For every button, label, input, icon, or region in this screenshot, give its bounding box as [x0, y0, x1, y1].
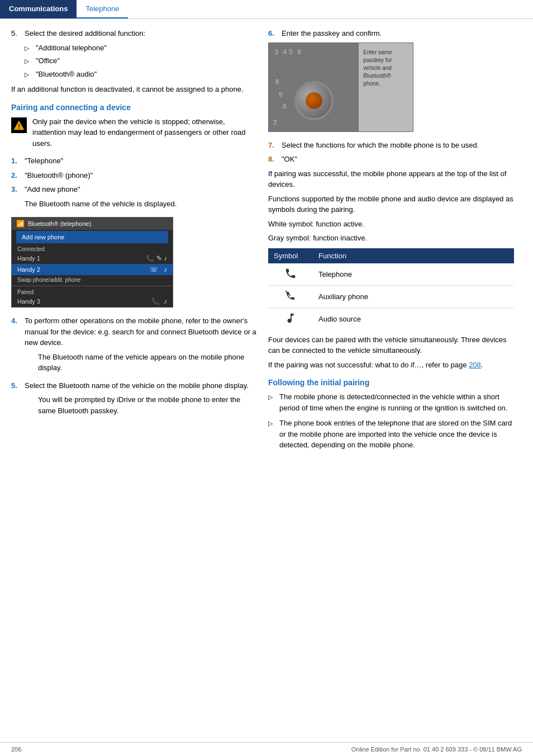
- step-5: 5. Select the desired additional functio…: [11, 28, 257, 39]
- list-3-number: 3.: [11, 184, 21, 195]
- bullet-3-text: "Bluetooth® audio": [36, 69, 97, 80]
- functions-text: Functions supported by the mobile phone …: [268, 193, 514, 215]
- copyright: Online Edition for Part no. 01 40 2 609 …: [351, 746, 522, 753]
- symbol-telephone: [268, 263, 313, 286]
- warning-box: ! Only pair the device when the vehicle …: [11, 116, 257, 149]
- symbol-auxiliary: [268, 285, 313, 308]
- step-5b-text: Select the Bluetooth name of the vehicle…: [25, 381, 249, 390]
- step-6-number: 6.: [268, 28, 278, 39]
- bullet-arrow-3: ▷: [25, 70, 32, 80]
- list-1-number: 1.: [11, 155, 21, 167]
- bt-screen-title: Bluetooth® (telephone): [28, 220, 91, 227]
- following-bullet-1-text: The mobile phone is detected/connected i…: [279, 391, 514, 413]
- step-7: 7. Select the functions for which the mo…: [268, 140, 514, 151]
- passkey-text-area: Enter same passkey for vehicle and Bluet…: [359, 43, 413, 131]
- warning-icon: !: [11, 117, 27, 133]
- bt-add-phone[interactable]: Add new phone: [16, 231, 168, 243]
- bullet-2-text: "Office": [36, 55, 60, 67]
- list-2-number: 2.: [11, 170, 21, 181]
- passkey-image: 34 56 7 8 9 0 Enter same passkey for veh…: [268, 42, 413, 132]
- header-communications: Communications: [0, 0, 77, 18]
- symbol-audio: [268, 308, 313, 330]
- step-5b-sub: You will be prompted by iDrive or the mo…: [38, 394, 257, 416]
- pairing-success-text: If pairing was successful, the mobile ph…: [268, 168, 514, 190]
- list-1-text: "Telephone": [25, 155, 63, 167]
- step-4-sub: The Bluetooth name of the vehicle appear…: [38, 352, 257, 374]
- step-4-number: 4.: [11, 315, 21, 377]
- list-3-text: "Add new phone": [25, 184, 80, 195]
- bt-handy-1: Handy 1 📞 ✎ ♪: [12, 253, 173, 264]
- list-2-text: "Bluetooth® (phone)": [25, 170, 93, 181]
- step-5-bullets: ▷ "Additional telephone" ▷ "Office" ▷ "B…: [25, 42, 257, 80]
- bluetooth-screen: 📶 Bluetooth® (telephone) Add new phone C…: [11, 217, 173, 308]
- page-footer: 206 Online Edition for Part no. 01 40 2 …: [0, 742, 533, 756]
- passkey-idrive: 34 56 7 8 9 0: [269, 43, 359, 131]
- main-content: 5. Select the desired additional functio…: [0, 19, 533, 453]
- bt-swap[interactable]: Swap phone/addit. phone: [12, 275, 173, 285]
- table-audio-label: Audio source: [313, 308, 514, 330]
- page-header: Communications Telephone: [0, 0, 533, 19]
- bt-screen-header: 📶 Bluetooth® (telephone): [12, 218, 173, 230]
- following-bullet-1: ▷ The mobile phone is detected/connected…: [268, 391, 514, 413]
- bt-paired-label: Paired:: [12, 287, 173, 296]
- table-telephone-label: Telephone: [313, 263, 514, 286]
- step-5b-number: 5.: [11, 380, 21, 420]
- table-row: Audio source: [268, 308, 514, 330]
- step-5-text: Select the desired additional function:: [25, 28, 145, 39]
- bullet-office: ▷ "Office": [25, 55, 257, 67]
- bullet-1-text: "Additional telephone": [36, 42, 107, 54]
- step-4: 4. To perform other operations on the mo…: [11, 315, 257, 377]
- table-header-function: Function: [313, 248, 514, 263]
- gray-symbol-text: Gray symbol: function inactive.: [268, 233, 514, 244]
- bullet-arrow-1: ▷: [25, 44, 32, 54]
- following-heading: Following the initial pairing: [268, 378, 514, 387]
- table-auxiliary-label: Auxiliary phone: [313, 285, 514, 308]
- step-4-text: To perform other operations on the mobil…: [25, 316, 256, 347]
- list-3-sub: The Bluetooth name of the vehicle is dis…: [25, 199, 257, 210]
- bt-handy-2: Handy 2 ☏ ♪: [12, 264, 173, 275]
- left-column: 5. Select the desired additional functio…: [11, 28, 257, 453]
- table-row: Telephone: [268, 263, 514, 286]
- following-arrow-1: ▷: [268, 393, 276, 413]
- list-item-3: 3. "Add new phone": [11, 184, 257, 195]
- step-6: 6. Enter the passkey and confirm.: [268, 28, 514, 39]
- following-bullet-2: ▷ The phone book entries of the telephon…: [268, 418, 514, 451]
- four-devices-text: Four devices can be paired with the vehi…: [268, 334, 514, 356]
- step-5b: 5. Select the Bluetooth name of the vehi…: [11, 380, 257, 420]
- right-column: 6. Enter the passkey and confirm. 34 56 …: [268, 28, 514, 453]
- header-telephone: Telephone: [77, 0, 128, 18]
- bullet-bluetooth-audio: ▷ "Bluetooth® audio": [25, 69, 257, 80]
- step-8: 8. "OK": [268, 154, 514, 165]
- list-item-1: 1. "Telephone": [11, 155, 257, 167]
- step-6-text: Enter the passkey and confirm.: [282, 28, 382, 39]
- step-7-number: 7.: [268, 140, 278, 151]
- step-5-number: 5.: [11, 28, 21, 39]
- not-successful-text: If the pairing was not successful: what …: [268, 360, 514, 371]
- pairing-heading: Pairing and connecting a device: [11, 103, 257, 112]
- warning-text: Only pair the device when the vehicle is…: [32, 116, 257, 149]
- step-7-text: Select the functions for which the mobil…: [282, 140, 479, 151]
- svg-text:!: !: [18, 123, 20, 130]
- page-link-208[interactable]: 208: [469, 361, 481, 369]
- bt-handy-3: Handy 3 📞 ♪: [12, 296, 173, 307]
- page-number: 206: [11, 746, 21, 753]
- deactivated-note: If an additional function is deactivated…: [11, 84, 257, 95]
- following-arrow-2: ▷: [268, 419, 276, 451]
- step-8-number: 8.: [268, 154, 278, 165]
- bullet-arrow-2: ▷: [25, 56, 32, 67]
- table-header-symbol: Symbol: [268, 248, 313, 263]
- bullet-additional-telephone: ▷ "Additional telephone": [25, 42, 257, 54]
- step-8-text: "OK": [282, 154, 297, 165]
- list-item-2: 2. "Bluetooth® (phone)": [11, 170, 257, 181]
- bt-connected-label: Connected:: [12, 244, 173, 253]
- following-bullet-2-text: The phone book entries of the telephone …: [279, 418, 514, 451]
- symbol-table: Symbol Function Telephone: [268, 248, 514, 330]
- white-symbol-text: White symbol: function active.: [268, 219, 514, 230]
- passkey-instruction: Enter same passkey for vehicle and Bluet…: [363, 49, 392, 87]
- table-row: Auxiliary phone: [268, 285, 514, 308]
